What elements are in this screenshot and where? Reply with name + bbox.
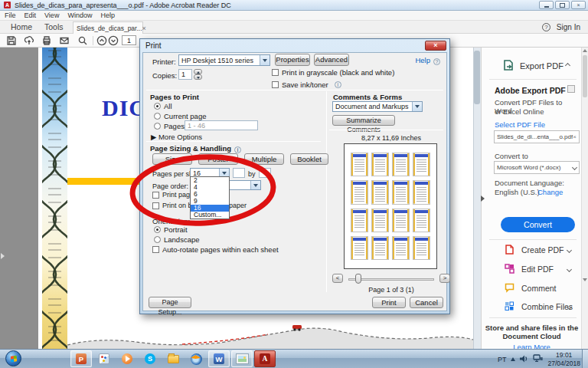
taskbar-firefox[interactable]	[185, 350, 207, 367]
comment-icon	[505, 283, 514, 293]
sidebar-scrollbar-thumb[interactable]	[583, 55, 587, 97]
taskbar-word[interactable]: W	[208, 350, 230, 367]
copies-decrement-button[interactable]	[194, 74, 202, 80]
radio-current-page[interactable]: Current page	[154, 112, 206, 120]
scroll-up-icon[interactable]	[583, 49, 587, 52]
menu-help[interactable]: Help	[100, 12, 115, 19]
comments-forms-select[interactable]: Document and Markups	[332, 101, 423, 112]
taskbar-photo-viewer[interactable]	[231, 350, 253, 367]
select-pdf-file-link[interactable]: Select PDF File	[495, 120, 545, 129]
radio-all-pages[interactable]: All	[154, 102, 172, 110]
print-dialog-close-button[interactable]: ×	[425, 41, 446, 51]
pages-per-sheet-option[interactable]: Custom...	[191, 212, 229, 219]
booklet-button[interactable]: Booklet	[290, 153, 328, 165]
pages-per-sheet-listbox[interactable]: 246916Custom...	[190, 176, 230, 219]
multiple-button[interactable]: Multiple	[244, 153, 284, 165]
custom-rows-input[interactable]	[259, 168, 271, 178]
cancel-button[interactable]: Cancel	[410, 297, 443, 308]
tab-home[interactable]: Home	[11, 21, 32, 34]
poster-button[interactable]: Poster	[198, 153, 238, 165]
comments-forms-arrow-icon[interactable]	[412, 102, 422, 111]
keyboard-language-indicator[interactable]: PT	[498, 356, 507, 363]
document-scrollbar-thumb[interactable]	[474, 51, 480, 104]
taskbar-paint[interactable]	[93, 350, 115, 367]
print-icon[interactable]	[41, 35, 52, 46]
save-icon[interactable]	[6, 35, 17, 46]
tab-document[interactable]: Slides_de_dicas_par... ×	[73, 21, 143, 34]
tab-tools[interactable]: Tools	[44, 21, 64, 34]
minimize-button[interactable]	[539, 1, 554, 9]
more-options-expander[interactable]: ▶ More Options	[151, 133, 202, 141]
scroll-down-icon[interactable]	[583, 278, 587, 281]
preview-slider-thumb[interactable]	[355, 274, 361, 284]
menu-edit[interactable]: Edit	[24, 12, 37, 19]
properties-button[interactable]: Properties	[275, 54, 310, 66]
printer-select-arrow-icon[interactable]	[260, 55, 270, 65]
taskbar-skype[interactable]: S	[139, 350, 161, 367]
print-button[interactable]: Print	[372, 297, 406, 308]
sidebar-item-create-pdf[interactable]: Create PDF	[482, 244, 582, 258]
start-button[interactable]	[5, 350, 21, 366]
custom-columns-input[interactable]	[233, 168, 245, 178]
printer-select[interactable]: HP Deskjet 1510 series	[178, 54, 270, 66]
preview-prev-button[interactable]: <	[332, 274, 343, 283]
save-ink-checkbox[interactable]: Save ink/toneri	[272, 80, 341, 89]
close-button[interactable]: ×	[571, 1, 586, 9]
cloud-upload-icon[interactable]	[24, 35, 34, 46]
radio-landscape[interactable]: Landscape	[154, 235, 199, 244]
clear-file-icon[interactable]: ×	[573, 133, 577, 140]
summarize-comments-button[interactable]: Summarize Comments	[332, 115, 395, 126]
copies-increment-button[interactable]	[194, 69, 202, 74]
taskbar-powerpoint[interactable]: P	[70, 350, 92, 367]
next-page-icon[interactable]	[108, 35, 119, 46]
nav-pane-toggle-icon[interactable]	[1, 253, 5, 259]
create-pdf-expand-icon[interactable]	[567, 248, 572, 253]
page-order-select[interactable]	[224, 180, 261, 190]
menu-view[interactable]: View	[44, 12, 59, 19]
copies-input[interactable]: 1	[178, 69, 192, 80]
taskbar-file-explorer[interactable]	[162, 350, 184, 367]
previous-page-icon[interactable]	[96, 35, 107, 46]
sidebar-item-edit-pdf[interactable]: Edit PDF	[482, 263, 582, 277]
show-desktop-button[interactable]	[582, 350, 588, 368]
grayscale-checkbox[interactable]: Print in grayscale (black and white)	[272, 68, 394, 77]
change-language-link[interactable]: Change	[537, 188, 563, 196]
sidebar-scrollbar[interactable]	[581, 48, 588, 349]
page-range-input[interactable]: 1 - 46	[185, 120, 258, 130]
skype-icon: S	[145, 353, 155, 364]
tab-close-icon[interactable]: ×	[142, 25, 146, 32]
export-pdf-header[interactable]: Export PDF	[520, 61, 564, 71]
taskbar-media-player[interactable]	[116, 350, 138, 367]
edit-pdf-expand-icon[interactable]	[567, 267, 572, 272]
hidden-icons-arrow[interactable]	[511, 357, 515, 361]
preview-next-button[interactable]: >	[439, 274, 450, 283]
auto-rotate-checkbox[interactable]: Auto-rotate pages within each sheet	[152, 245, 279, 254]
sign-in-button[interactable]: Sign In	[557, 23, 580, 31]
selected-file-field[interactable]: Slides_de_di...enta___o.pdf ×	[494, 130, 580, 143]
menu-window[interactable]: Window	[67, 12, 92, 19]
size-button[interactable]: Size	[152, 153, 192, 165]
page-order-arrow-icon[interactable]	[250, 181, 260, 189]
export-pdf-collapse-icon[interactable]	[565, 63, 570, 68]
radio-portrait[interactable]: Portrait	[154, 225, 188, 234]
print-dialog-title: Print	[145, 41, 162, 50]
advanced-button[interactable]: Advanced	[314, 54, 349, 66]
sidebar-item-combine-files[interactable]: Combine Files	[482, 301, 582, 314]
search-icon[interactable]	[77, 35, 88, 46]
clock[interactable]: 19:01 27/04/2018	[547, 351, 580, 367]
volume-icon[interactable]	[520, 355, 528, 364]
help-icon[interactable]: ?	[542, 23, 550, 31]
dialog-help-link[interactable]: Help?	[415, 56, 440, 65]
panel-collapse-icon[interactable]	[481, 196, 485, 202]
menu-file[interactable]: File	[5, 12, 16, 19]
restore-button[interactable]	[555, 1, 570, 9]
page-number-input[interactable]: 1	[122, 35, 136, 45]
page-setup-button[interactable]: Page Setup...	[149, 297, 191, 308]
convert-button[interactable]: Convert	[501, 217, 575, 232]
email-icon[interactable]	[59, 35, 70, 46]
radio-page-range[interactable]: Pages	[154, 122, 185, 130]
taskbar-adobe-reader[interactable]: A	[254, 350, 276, 367]
format-select[interactable]: Microsoft Word (*.docx)	[494, 161, 580, 174]
sidebar-item-comment[interactable]: Comment	[482, 282, 582, 296]
network-icon[interactable]	[533, 354, 543, 364]
